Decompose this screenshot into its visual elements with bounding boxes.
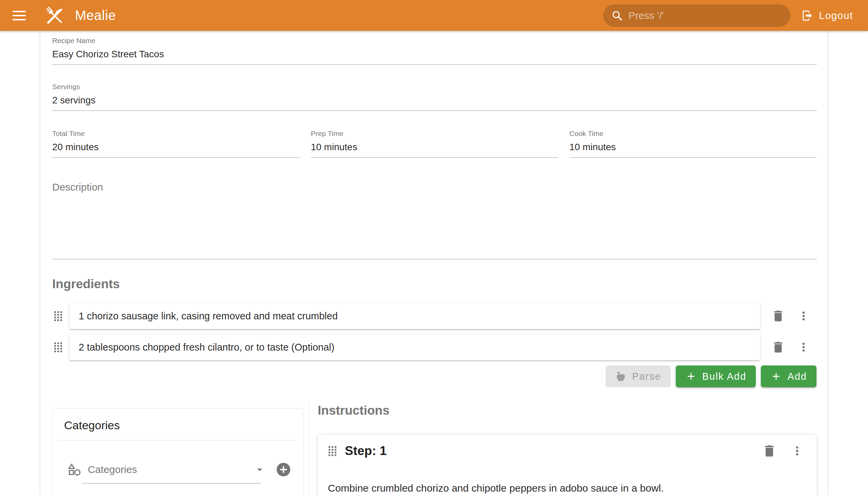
add-button[interactable]: Add (761, 365, 816, 387)
recipe-name-field[interactable]: Recipe Name Easy Chorizo Street Tacos (52, 36, 817, 65)
instruction-step-card: Step: 1 Combine crumbled chorizo (318, 434, 817, 495)
logout-button[interactable]: Logout (799, 7, 855, 24)
prep-time-input[interactable]: 10 minutes (311, 141, 558, 154)
ingredient-row: 2 tablespoons chopped fresh cilantro, or… (52, 334, 817, 360)
logout-icon (801, 10, 813, 22)
categories-column: Categories Categories (52, 401, 304, 495)
categories-card-title: Categories (53, 409, 303, 440)
recipe-editor-card: Recipe Name Easy Chorizo Street Tacos Se… (40, 31, 828, 495)
search-input[interactable] (628, 10, 782, 21)
servings-field[interactable]: Servings 2 servings (52, 82, 817, 111)
drag-handle-icon[interactable] (326, 445, 339, 457)
trash-icon (762, 443, 777, 458)
categories-select[interactable]: Categories (67, 461, 292, 478)
total-time-label: Total Time (52, 129, 300, 139)
ingredient-input[interactable]: 1 chorizo sausage link, casing removed a… (69, 303, 760, 329)
instructions-heading: Instructions (318, 404, 817, 418)
app-header: Mealie Logout (0, 0, 868, 31)
kebab-menu-icon (797, 309, 810, 323)
drag-handle-icon[interactable] (52, 310, 65, 322)
categories-select-label: Categories (88, 464, 254, 475)
ingredient-menu-button[interactable] (797, 340, 810, 354)
field-underline (311, 157, 558, 158)
step-menu-button[interactable] (790, 444, 804, 458)
ingredient-actions: Parse Bulk Add Add (52, 365, 817, 387)
delete-ingredient-button[interactable] (771, 309, 785, 323)
parse-label: Parse (632, 371, 661, 382)
kebab-menu-icon (790, 444, 804, 458)
mealie-recipe-edit-page: Mealie Logout Recipe Name E (0, 0, 868, 495)
app-title: Mealie (75, 8, 116, 23)
kebab-menu-icon (797, 340, 810, 354)
prep-time-label: Prep Time (311, 129, 558, 139)
bottom-section: Categories Categories (52, 401, 817, 495)
step-header: Step: 1 (326, 443, 806, 458)
drag-handle-icon[interactable] (52, 341, 65, 353)
ingredient-input[interactable]: 2 tablespoons chopped fresh cilantro, or… (69, 334, 760, 360)
recipe-name-label: Recipe Name (52, 36, 817, 46)
recipe-name-input[interactable]: Easy Chorizo Street Tacos (52, 48, 817, 61)
apple-icon (615, 371, 627, 382)
trash-icon (771, 309, 785, 323)
description-label: Description (52, 182, 817, 193)
cook-time-label: Cook Time (569, 129, 817, 139)
step-title: Step: 1 (345, 444, 762, 458)
step-text-input[interactable]: Combine crumbled chorizo and chipotle pe… (326, 481, 806, 495)
servings-input[interactable]: 2 servings (52, 94, 817, 107)
description-textarea[interactable] (52, 193, 817, 255)
field-underline (52, 64, 817, 65)
prep-time-field[interactable]: Prep Time 10 minutes (311, 129, 558, 158)
bulk-add-button[interactable]: Bulk Add (676, 365, 756, 387)
add-label: Add (787, 371, 807, 382)
field-underline (52, 110, 817, 111)
logout-label: Logout (819, 10, 853, 21)
field-underline (52, 259, 817, 259)
description-field[interactable]: Description (52, 182, 817, 259)
plus-circle-icon (275, 461, 292, 478)
trash-icon (771, 340, 785, 354)
bulk-add-label: Bulk Add (702, 371, 746, 382)
ingredient-menu-button[interactable] (797, 309, 810, 323)
field-underline (52, 157, 300, 158)
chevron-down-icon[interactable] (254, 463, 266, 476)
instructions-column: Instructions Step: 1 (309, 401, 817, 495)
categories-shapes-icon (67, 462, 82, 477)
delete-step-button[interactable] (762, 443, 777, 458)
parse-button[interactable]: Parse (606, 365, 671, 387)
plus-icon (685, 371, 697, 382)
cook-time-input[interactable]: 10 minutes (569, 141, 817, 154)
servings-label: Servings (52, 82, 817, 92)
times-row: Total Time 20 minutes Prep Time 10 minut… (52, 129, 817, 158)
search-box[interactable] (603, 4, 790, 27)
delete-ingredient-button[interactable] (771, 340, 785, 354)
menu-icon[interactable] (13, 5, 34, 26)
add-category-button[interactable] (275, 461, 292, 478)
brand[interactable]: Mealie (43, 4, 116, 27)
ingredients-heading: Ingredients (52, 277, 817, 291)
plus-icon (770, 371, 782, 382)
field-underline (569, 157, 817, 158)
ingredient-row: 1 chorizo sausage link, casing removed a… (52, 303, 817, 329)
select-underline (82, 483, 261, 483)
search-icon (611, 10, 623, 21)
categories-select-area: Categories (53, 440, 303, 483)
total-time-input[interactable]: 20 minutes (52, 141, 300, 154)
cook-time-field[interactable]: Cook Time 10 minutes (569, 129, 817, 158)
silverware-icon (43, 4, 65, 27)
total-time-field[interactable]: Total Time 20 minutes (52, 129, 300, 158)
categories-card: Categories Categories (52, 408, 304, 495)
